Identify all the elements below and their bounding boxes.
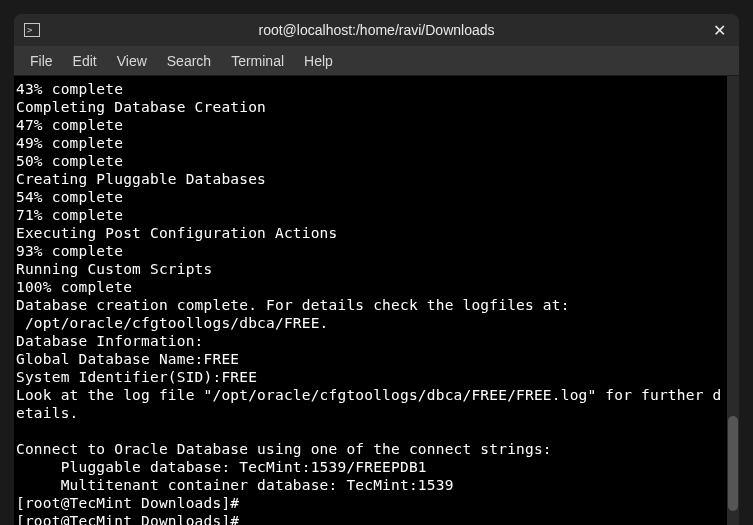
- titlebar: root@localhost:/home/ravi/Downloads ✕: [14, 14, 739, 46]
- terminal-icon: [24, 23, 40, 37]
- scrollbar[interactable]: [727, 76, 739, 525]
- terminal-output: 43% complete Completing Database Creatio…: [16, 80, 737, 525]
- window-title: root@localhost:/home/ravi/Downloads: [259, 22, 495, 38]
- menu-edit[interactable]: Edit: [63, 53, 107, 69]
- scrollbar-thumb[interactable]: [728, 416, 738, 511]
- menu-search[interactable]: Search: [157, 53, 221, 69]
- close-icon[interactable]: ✕: [709, 20, 729, 40]
- terminal-window: root@localhost:/home/ravi/Downloads ✕ Fi…: [14, 14, 739, 525]
- terminal-area[interactable]: 43% complete Completing Database Creatio…: [14, 76, 739, 525]
- menubar: File Edit View Search Terminal Help: [14, 46, 739, 76]
- menu-view[interactable]: View: [107, 53, 157, 69]
- menu-terminal[interactable]: Terminal: [221, 53, 294, 69]
- menu-file[interactable]: File: [20, 53, 63, 69]
- menu-help[interactable]: Help: [294, 53, 343, 69]
